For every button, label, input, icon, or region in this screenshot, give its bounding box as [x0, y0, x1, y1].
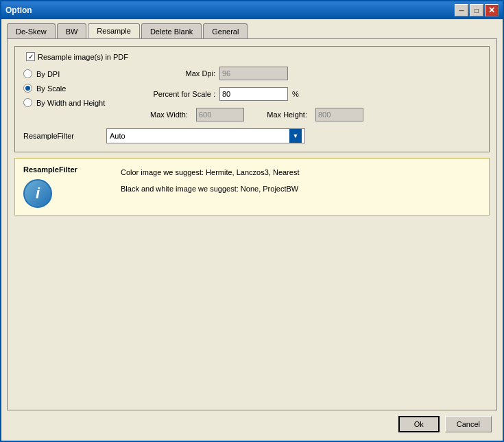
close-button[interactable]: ✕ — [485, 4, 499, 16]
radio-by-width-height-row[interactable]: By Width and Height — [23, 98, 133, 107]
max-height-input[interactable] — [315, 108, 363, 121]
max-dpi-row: Max Dpi: — [133, 67, 481, 80]
resample-checkbox[interactable]: ✓ — [26, 52, 35, 61]
maximize-button[interactable]: □ — [470, 4, 483, 16]
filter-label: ResampleFilter — [23, 132, 102, 140]
radio-by-scale-row[interactable]: By Scale — [23, 84, 133, 93]
tab-delete-blank[interactable]: Delete Blank — [141, 23, 202, 38]
filter-select-value: Auto — [110, 132, 125, 140]
bw-suggestion2: Black and white image we suggest: None, … — [121, 185, 299, 193]
max-dpi-input[interactable] — [219, 67, 288, 80]
resample-checkbox-label: Resample image(s) in PDF — [38, 53, 128, 61]
groupbox-legend: ✓ Resample image(s) in PDF — [23, 52, 131, 61]
filter-select[interactable]: Auto ▼ — [106, 128, 305, 143]
info-filter-title2: ResampleFilter — [23, 165, 77, 174]
max-height-label: Max Height: — [252, 110, 307, 119]
title-bar-controls: ─ □ ✕ — [455, 4, 499, 16]
radio-by-dpi-row[interactable]: By DPI — [23, 69, 133, 78]
window-title: Option — [5, 5, 32, 15]
radio-by-scale[interactable] — [23, 84, 32, 93]
title-bar: Option ─ □ ✕ — [1, 1, 503, 19]
cancel-button[interactable]: Cancel — [445, 416, 492, 432]
minimize-button[interactable]: ─ — [455, 4, 468, 16]
main-content: De-Skew BW Resample Delete Blank General… — [1, 19, 503, 441]
resample-filter-row: ResampleFilter Auto ▼ — [23, 128, 481, 143]
percent-input[interactable] — [219, 87, 288, 101]
tab-resample[interactable]: Resample — [88, 23, 140, 38]
info-icon2: i — [23, 179, 52, 208]
ok-button[interactable]: Ok — [398, 416, 440, 432]
max-width-label: Max Width: — [133, 110, 188, 119]
tab-deskew[interactable]: De-Skew — [7, 23, 56, 38]
main-window: Option ─ □ ✕ De-Skew BW Resample Delete … — [0, 0, 504, 442]
tab-general[interactable]: General — [203, 23, 248, 38]
max-width-input[interactable] — [196, 108, 244, 121]
max-dpi-label: Max Dpi: — [133, 69, 215, 78]
radio-by-width-height-label: By Width and Height — [36, 99, 105, 107]
percent-scale-row: Percent for Scale : % — [133, 87, 481, 101]
select-arrow-icon: ▼ — [289, 129, 302, 143]
radio-by-dpi[interactable] — [23, 69, 32, 78]
tab-bw[interactable]: BW — [57, 23, 87, 38]
groupbox-inner: By DPI By Scale By Width and Height — [23, 67, 481, 121]
groupbox-resample: ✓ Resample image(s) in PDF By DPI By Sca… — [14, 46, 490, 152]
percent-label: Percent for Scale : — [133, 90, 215, 98]
radio-by-dpi-label: By DPI — [36, 70, 60, 78]
panel-resample: ✓ Resample image(s) in PDF By DPI By Sca… — [7, 38, 497, 410]
radio-by-width-height[interactable] — [23, 98, 32, 107]
radio-by-scale-label: By Scale — [36, 84, 66, 93]
radio-group: By DPI By Scale By Width and Height — [23, 67, 133, 121]
dimensions-row: Max Width: Max Height: — [133, 108, 481, 121]
info-box: ResampleFilter i Color image we suggest:… — [14, 158, 490, 216]
settings-panel: Max Dpi: Percent for Scale : % Max Width… — [133, 67, 481, 121]
color-suggestion2: Color image we suggest: Hermite, Lanczos… — [121, 168, 299, 176]
footer: Ok Cancel — [7, 410, 497, 435]
tab-bar: De-Skew BW Resample Delete Blank General — [7, 23, 497, 38]
percent-unit: % — [292, 90, 299, 98]
